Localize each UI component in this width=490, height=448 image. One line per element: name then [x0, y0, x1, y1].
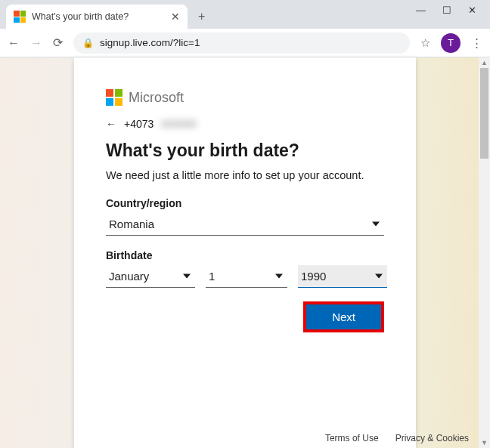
page-heading: What's your birth date?: [106, 141, 384, 161]
back-button[interactable]: ←: [8, 36, 20, 50]
month-select[interactable]: January: [106, 265, 195, 288]
address-bar[interactable]: 🔒 signup.live.com/?lic=1: [73, 32, 410, 54]
tab-title: What's your birth date?: [32, 11, 165, 22]
menu-icon[interactable]: ⋮: [471, 36, 482, 50]
signup-card: Microsoft ← +4073000000 What's your birt…: [74, 57, 416, 448]
page-subtext: We need just a little more info to set u…: [106, 168, 384, 184]
scroll-down-icon[interactable]: ▼: [481, 439, 488, 446]
forward-button[interactable]: →: [30, 36, 42, 50]
phone-hidden: 000000: [161, 118, 197, 130]
microsoft-logo-icon: [106, 89, 122, 106]
footer-links: Terms of Use Privacy & Cookies: [325, 433, 469, 443]
birthdate-label: Birthdate: [106, 249, 384, 261]
page-content: Microsoft ← +4073000000 What's your birt…: [0, 57, 490, 448]
brand-header: Microsoft: [106, 89, 384, 106]
identity-row[interactable]: ← +4073000000: [106, 118, 384, 130]
country-label: Country/region: [106, 197, 384, 209]
day-select[interactable]: 1: [206, 265, 287, 288]
bookmark-icon[interactable]: ☆: [420, 36, 430, 50]
close-icon[interactable]: ✕: [468, 5, 476, 16]
url-text: signup.live.com/?lic=1: [100, 37, 200, 48]
browser-tab[interactable]: What's your birth date? ✕: [6, 5, 188, 29]
profile-avatar[interactable]: T: [441, 33, 461, 53]
window-controls: — ☐ ✕: [402, 0, 490, 20]
phone-prefix: +4073: [124, 118, 154, 130]
year-select[interactable]: 1990: [298, 265, 387, 288]
scrollbar[interactable]: ▲ ▼: [479, 57, 490, 448]
new-tab-button[interactable]: +: [198, 10, 205, 23]
terms-link[interactable]: Terms of Use: [325, 433, 379, 443]
scrollbar-thumb[interactable]: [480, 68, 488, 159]
scroll-up-icon[interactable]: ▲: [481, 59, 488, 66]
next-button[interactable]: Next: [303, 301, 384, 332]
browser-toolbar: ← → ⟳ 🔒 signup.live.com/?lic=1 ☆ T ⋮: [0, 29, 490, 57]
reload-button[interactable]: ⟳: [53, 36, 63, 50]
minimize-icon[interactable]: —: [416, 5, 426, 16]
identity-back-icon[interactable]: ←: [106, 118, 116, 130]
microsoft-favicon: [14, 11, 26, 23]
brand-name: Microsoft: [129, 90, 184, 106]
lock-icon: 🔒: [82, 38, 94, 48]
privacy-link[interactable]: Privacy & Cookies: [395, 433, 469, 443]
maximize-icon[interactable]: ☐: [442, 5, 451, 16]
country-select[interactable]: Romania: [106, 213, 384, 236]
tab-close-icon[interactable]: ✕: [171, 11, 180, 23]
